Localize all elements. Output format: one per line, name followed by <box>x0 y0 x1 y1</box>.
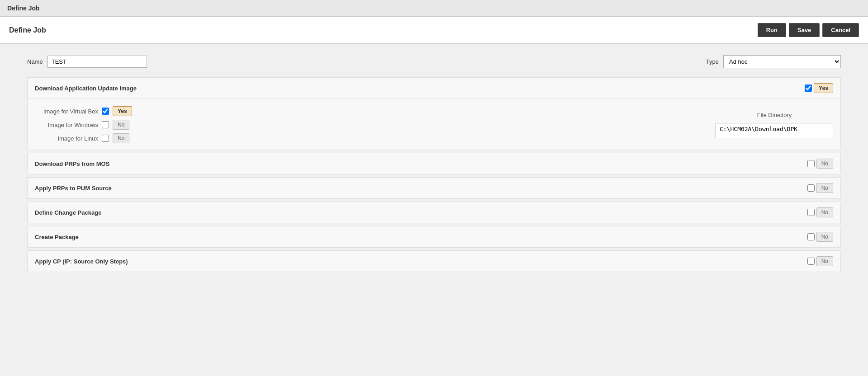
title-bar-label: Define Job <box>7 5 40 12</box>
section-header-create-package: Create PackageNo <box>28 226 840 247</box>
section-header-download-prps-from-mos: Download PRPs from MOSNo <box>28 153 840 174</box>
section-panel-create-package: Create PackageNo <box>27 226 841 248</box>
toggle-btn-download-prps-from-mos[interactable]: No <box>807 159 833 169</box>
section-panel-apply-prps-to-pum-source: Apply PRPs to PUM SourceNo <box>27 177 841 199</box>
toggle-label-apply-prps-to-pum-source: No <box>816 183 833 193</box>
toggle-label-download-app-update-image: Yes <box>814 83 833 93</box>
section-body-download-app-update-image: Image for Virtual BoxYesImage for Window… <box>28 99 840 150</box>
run-button[interactable]: Run <box>758 23 786 37</box>
sub-field-label-0: Image for Virtual Box <box>35 108 98 115</box>
type-group: Type Ad hoc Scheduled <box>706 55 841 68</box>
main-content: Name Type Ad hoc Scheduled Download Appl… <box>0 44 868 286</box>
toggle-checkbox-apply-prps-to-pum-source[interactable] <box>807 184 815 192</box>
toggle-label-apply-cp: No <box>816 256 833 266</box>
section-title-define-change-package: Define Change Package <box>35 209 101 216</box>
toggle-checkbox-download-app-update-image[interactable] <box>805 85 812 92</box>
section-header-download-app-update-image: Download Application Update ImageYes <box>28 78 840 99</box>
name-group: Name <box>27 56 147 68</box>
toggle-btn-create-package[interactable]: No <box>807 232 833 242</box>
toggle-checkbox-create-package[interactable] <box>807 233 815 240</box>
file-dir-group: File Directory <box>716 110 833 138</box>
form-top-row: Name Type Ad hoc Scheduled <box>27 55 841 68</box>
section-title-download-app-update-image: Download Application Update Image <box>35 85 137 92</box>
title-bar: Define Job <box>0 0 868 17</box>
toggle-checkbox-download-prps-from-mos[interactable] <box>807 160 815 167</box>
section-panel-download-prps-from-mos: Download PRPs from MOSNo <box>27 153 841 174</box>
sub-field-row-2: Image for LinuxNo <box>35 133 132 143</box>
sub-field-value-2: No <box>113 133 129 143</box>
toggle-btn-download-app-update-image[interactable]: Yes <box>805 83 833 93</box>
sub-field-checkbox-2[interactable] <box>102 135 109 142</box>
section-header-apply-prps-to-pum-source: Apply PRPs to PUM SourceNo <box>28 178 840 198</box>
toggle-btn-apply-cp[interactable]: No <box>807 256 833 266</box>
toggle-btn-apply-prps-to-pum-source[interactable]: No <box>807 183 833 193</box>
toggle-label-download-prps-from-mos: No <box>816 159 833 169</box>
page-header: Define Job Run Save Cancel <box>0 17 868 44</box>
section-title-create-package: Create Package <box>35 234 79 240</box>
sub-field-row-1: Image for WindowsNo <box>35 120 132 130</box>
toggle-checkbox-apply-cp[interactable] <box>807 258 815 265</box>
type-select[interactable]: Ad hoc Scheduled <box>723 55 841 68</box>
section-panel-download-app-update-image: Download Application Update ImageYesImag… <box>27 77 841 150</box>
sub-field-value-1: No <box>113 120 129 130</box>
name-input[interactable] <box>47 56 147 68</box>
sub-form-row-download-app-update-image: Image for Virtual BoxYesImage for Window… <box>35 106 833 143</box>
section-header-apply-cp: Apply CP (IP: Source Only Steps)No <box>28 251 840 272</box>
section-header-define-change-package: Define Change PackageNo <box>28 202 840 223</box>
section-title-apply-prps-to-pum-source: Apply PRPs to PUM Source <box>35 185 112 192</box>
toggle-btn-define-change-package[interactable]: No <box>807 207 833 217</box>
section-title-download-prps-from-mos: Download PRPs from MOS <box>35 160 109 167</box>
page-title: Define Job <box>9 26 46 34</box>
toggle-checkbox-define-change-package[interactable] <box>807 209 815 216</box>
sub-field-checkbox-1[interactable] <box>102 121 109 128</box>
file-dir-label: File Directory <box>757 112 792 118</box>
sub-fields: Image for Virtual BoxYesImage for Window… <box>35 106 132 143</box>
sub-field-value-0: Yes <box>113 106 132 116</box>
section-panel-apply-cp: Apply CP (IP: Source Only Steps)No <box>27 250 841 272</box>
file-dir-input[interactable] <box>716 123 833 138</box>
sub-field-checkbox-0[interactable] <box>102 108 109 115</box>
section-title-apply-cp: Apply CP (IP: Source Only Steps) <box>35 258 128 265</box>
toggle-label-create-package: No <box>816 232 833 242</box>
toggle-label-define-change-package: No <box>816 207 833 217</box>
cancel-button[interactable]: Cancel <box>822 23 859 37</box>
save-button[interactable]: Save <box>789 23 820 37</box>
section-panel-define-change-package: Define Change PackageNo <box>27 202 841 223</box>
sub-field-label-2: Image for Linux <box>35 135 98 142</box>
header-buttons: Run Save Cancel <box>758 23 859 37</box>
name-label: Name <box>27 58 43 65</box>
type-label: Type <box>706 58 719 65</box>
sub-field-label-1: Image for Windows <box>35 122 98 128</box>
sections-container: Download Application Update ImageYesImag… <box>27 77 841 272</box>
sub-field-row-0: Image for Virtual BoxYes <box>35 106 132 116</box>
